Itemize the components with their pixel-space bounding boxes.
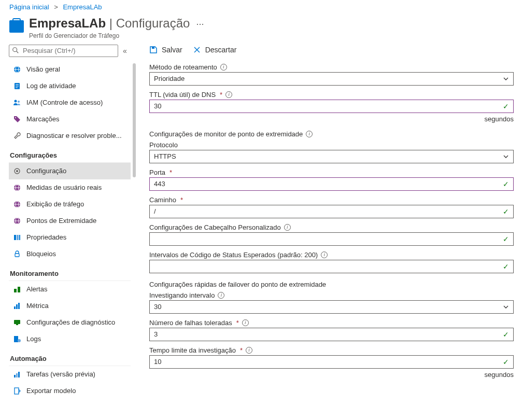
diagnostic-icon [13,318,21,327]
alert-icon [13,285,21,293]
globe-icon [13,65,21,74]
svg-rect-32 [14,320,20,324]
sidebar-item-tasks[interactable]: Tarefas (versão prévia) [9,366,131,383]
log-icon [13,82,21,90]
info-icon[interactable]: i [242,319,249,326]
chevron-down-icon [503,304,509,310]
routing-select[interactable]: Prioridade [149,72,514,86]
info-icon[interactable]: i [246,347,252,354]
people-icon [13,99,21,107]
svg-rect-24 [17,235,19,240]
sidebar-item-tags[interactable]: Marcações [9,111,131,128]
sidebar-item-alerts[interactable]: Alertas [9,281,131,298]
protocol-select[interactable]: HTTPS [149,150,514,163]
failures-input[interactable]: 3 ✓ [149,328,514,341]
collapse-sidebar[interactable]: « [121,47,129,55]
svg-point-10 [18,101,20,103]
sidebar-item-export-template[interactable]: Exportar modelo [9,383,131,399]
path-label: Caminho* [149,196,514,204]
sidebar-item-metrics[interactable]: Métrica [9,298,131,314]
path-input[interactable]: / ✓ [149,205,514,218]
svg-rect-37 [16,373,18,377]
sidebar-scrollbar[interactable] [133,63,136,177]
sidebar-item-iam[interactable]: IAM (Controle de acesso) [9,94,131,111]
check-icon: ✓ [503,235,509,243]
tag-icon [13,115,21,123]
protocol-label: Protocolo [149,141,514,149]
port-label: Porta* [149,169,514,176]
wrench-icon [13,132,21,140]
discard-button[interactable]: Descartar [193,46,237,54]
ttl-unit: segundos [149,115,514,123]
failover-section-title: Configurações rápidas de failover do pon… [149,281,514,288]
globe-purple-icon [13,200,21,208]
sidebar-group-configurations: Configurações [9,144,131,163]
info-icon[interactable]: i [225,91,232,98]
close-icon [193,46,201,54]
chevron-down-icon [503,153,509,160]
sidebar: « Visão geral Log de atividade IAM (Cont… [9,43,131,399]
breadcrumb: Página inicial > EmpresaLAb [0,0,523,11]
port-input[interactable]: 443 ✓ [149,177,514,191]
resource-icon [9,20,24,33]
logs-icon [13,335,21,343]
headers-input[interactable]: ✓ [149,232,514,246]
svg-rect-31 [18,303,20,309]
sidebar-item-overview[interactable]: Visão geral [9,61,131,78]
sidebar-item-properties[interactable]: Propriedades [9,229,131,246]
sidebar-item-logs[interactable]: Logs [9,331,131,347]
svg-rect-40 [152,47,154,49]
page-title: EmpresaLAb | Configuração [29,16,190,31]
breadcrumb-home[interactable]: Página inicial [9,3,49,11]
page-subtitle: Perfil do Gerenciador de Tráfego [29,32,190,39]
header: EmpresaLAb | Configuração Perfil do Gere… [0,11,523,43]
more-actions[interactable]: ··· [196,19,204,29]
metrics-icon [13,302,21,310]
sidebar-group-monitoring: Monitoramento [9,262,131,281]
info-icon[interactable]: i [306,131,313,137]
globe-purple-icon [13,184,21,192]
sidebar-item-configuration[interactable]: Configuração [9,163,131,179]
status-input[interactable]: ✓ [149,260,514,273]
sidebar-item-diagnose[interactable]: Diagnosticar e resolver proble... [9,128,131,144]
sidebar-item-activity-log[interactable]: Log de atividade [9,78,131,94]
search-input[interactable] [9,45,118,57]
save-button[interactable]: Salvar [149,46,182,54]
svg-point-9 [15,100,17,102]
svg-rect-29 [14,306,16,309]
monitor-section-title: Configurações de monitor de ponto de ext… [149,130,514,138]
svg-rect-28 [18,287,20,292]
status-label: Intervalos de Código de Status Esperados… [149,251,514,259]
save-icon [149,46,158,54]
probing-select[interactable]: 30 [149,300,514,314]
info-icon[interactable]: i [218,292,224,299]
info-icon[interactable]: i [321,251,328,258]
check-icon: ✓ [503,207,509,216]
info-icon[interactable]: i [220,64,227,71]
toolbar: Salvar Descartar [149,46,514,63]
breadcrumb-current[interactable]: EmpresaLAb [63,3,102,11]
main-content: Salvar Descartar Método de roteamento i … [131,43,523,399]
sidebar-item-endpoints[interactable]: Pontos de Extremidade [9,213,131,229]
sidebar-item-traffic-view[interactable]: Exibição de tráfego [9,196,131,213]
svg-line-1 [17,51,19,53]
svg-point-35 [18,339,21,342]
svg-rect-26 [15,254,19,257]
search-icon [12,47,19,54]
headers-label: Configurações de Cabeçalho Personalizado… [149,223,514,231]
sidebar-item-locks[interactable]: Bloqueios [9,246,131,262]
globe-purple-icon [13,217,21,225]
svg-rect-39 [15,388,19,394]
check-icon: ✓ [503,330,509,339]
sidebar-search[interactable] [9,45,118,57]
tasks-icon [13,370,21,379]
svg-point-0 [13,48,17,52]
lock-icon [13,250,21,258]
info-icon[interactable]: i [284,224,291,231]
sidebar-item-real-user-measurements[interactable]: Medidas de usuário reais [9,179,131,196]
svg-point-11 [15,117,16,118]
timeout-input[interactable]: 10 ✓ [149,355,514,369]
probing-label: Investigando intervalo i [149,291,514,299]
sidebar-item-diagnostic-settings[interactable]: Configurações de diagnóstico [9,314,131,331]
ttl-input[interactable]: 30 ✓ [149,100,514,113]
